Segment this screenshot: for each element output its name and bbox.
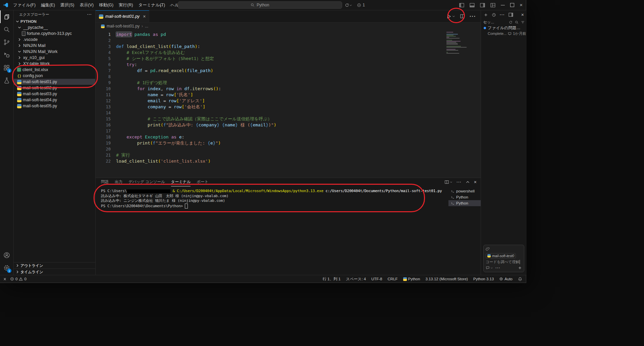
terminal-instance-0[interactable]: powershell (448, 188, 481, 194)
window-minimize-button[interactable] (501, 5, 505, 5)
split-terminal-icon[interactable] (444, 180, 452, 184)
maximize-panel-icon[interactable] (466, 180, 470, 184)
breadcrumb[interactable]: mail-soft-test01.py › ... (96, 22, 481, 30)
status-interpreter[interactable]: 3.13.12 (Microsoft Store) (424, 277, 469, 281)
history-icon[interactable] (492, 13, 496, 17)
panel-tab-ターミナル[interactable]: ターミナル (171, 178, 191, 186)
tree-item-mail-soft-test02.py[interactable]: mail-soft-test02.py (14, 85, 95, 91)
python-file-icon (101, 24, 105, 28)
tree-item-mail-soft-test05.py[interactable]: mail-soft-test05.py (14, 103, 95, 109)
activitybar-search[interactable] (0, 23, 13, 36)
split-editor-icon[interactable] (460, 14, 465, 19)
line-number: 1 (96, 32, 111, 38)
toggle-sidebar-icon[interactable] (459, 3, 464, 7)
chat-input-box[interactable]: mail-soft-test0 コードを調べて理解 ··· (483, 245, 524, 272)
panel-tab-ポート[interactable]: ポート (197, 178, 208, 186)
status-auto[interactable]: Auto (498, 277, 514, 281)
more-actions-icon[interactable]: ··· (495, 266, 500, 270)
status-cursor-position[interactable]: 行 1、列 1 (322, 277, 342, 282)
activitybar-run-debug[interactable] (0, 49, 13, 61)
sidebar-section-タイムライン[interactable]: タイムライン (14, 269, 95, 275)
tree-item-fortune.cpython-313.pyc[interactable]: fortune.cpython-313.pyc (14, 31, 95, 37)
panel-tab-出力[interactable]: 出力 (115, 178, 122, 186)
run-python-file-button[interactable] (446, 14, 455, 19)
tree-item-XY-table Work[interactable]: XY-table Work (14, 61, 95, 67)
window-maximize-button[interactable] (510, 3, 514, 7)
activitybar-testing[interactable] (0, 74, 13, 87)
more-actions-icon[interactable]: ··· (500, 12, 505, 17)
more-actions-icon[interactable]: ··· (470, 13, 476, 19)
tree-item-mail-soft-test01.py[interactable]: mail-soft-test01.py (14, 79, 95, 85)
menu-item-5[interactable]: 実行(R) (116, 0, 136, 10)
close-panel-icon[interactable]: × (474, 179, 477, 185)
toggle-panel-icon[interactable] (470, 3, 475, 7)
chat-session-item[interactable]: ファイルの問題箇所の... (481, 25, 527, 31)
tree-item-label: client_list.xlsx (22, 67, 48, 72)
panel-tab-デバッグ コンソール[interactable]: デバッグ コンソール (128, 178, 165, 186)
terminal-instance-2[interactable]: Python (448, 200, 481, 206)
activitybar-explorer[interactable] (0, 10, 13, 23)
activitybar-source-control[interactable] (0, 36, 13, 49)
attach-context-row (486, 247, 522, 252)
filter-icon[interactable] (521, 20, 525, 24)
activitybar-settings[interactable]: 1 (0, 262, 13, 274)
navigate-back-icon[interactable]: ← (159, 0, 164, 10)
context-file-chip[interactable]: mail-soft-test0 (486, 253, 516, 258)
send-button[interactable] (518, 266, 522, 270)
panel-tab-問題[interactable]: 問題 (101, 178, 109, 186)
chat-text-input[interactable]: コードを調べて理解 (486, 260, 522, 265)
toggle-secondary-sidebar-icon[interactable] (480, 3, 485, 7)
terminal-output[interactable]: PS C:\Users\ & C:/Users/D200404t/AppData… (96, 186, 448, 275)
command-center-search[interactable]: Python (178, 1, 342, 9)
status-python-version[interactable]: Python 3.13 (472, 277, 495, 281)
problems-indicator[interactable]: 0 0 (9, 277, 28, 281)
open-in-editor-icon[interactable] (508, 13, 513, 17)
customize-layout-icon[interactable] (490, 3, 495, 7)
tree-item-config.json[interactable]: {}config.json (14, 73, 95, 79)
search-icon[interactable] (515, 20, 519, 24)
status-eol[interactable]: CRLF (387, 277, 399, 281)
new-chat-icon[interactable] (484, 13, 488, 17)
menu-item-1[interactable]: 編集(E) (38, 0, 58, 10)
chat-mode-icon[interactable] (486, 266, 493, 270)
tree-item-NINJIN Mail[interactable]: NINJIN Mail (14, 43, 95, 49)
more-actions-icon[interactable]: ··· (87, 12, 92, 16)
tree-item-NINJIN Mail_Work[interactable]: NINJIN Mail_Work (14, 49, 95, 55)
menu-item-3[interactable]: 表示(V) (77, 0, 96, 10)
remote-indicator-icon[interactable] (3, 277, 7, 281)
tree-item-.vscode[interactable]: .vscode (14, 37, 95, 43)
code-editor[interactable]: 1import pandas as pd2 3def load_client_l… (96, 30, 481, 178)
window-close-button[interactable]: × (520, 0, 523, 10)
activitybar-extensions[interactable]: 1 (0, 61, 13, 74)
terminal-instance-1[interactable]: Python (448, 194, 481, 200)
close-icon[interactable]: × (521, 12, 524, 17)
minimap[interactable] (446, 32, 476, 54)
terminal-panel: PS C:\Users\ & C:/Users/D200404t/AppData… (96, 186, 481, 275)
paperclip-icon[interactable] (486, 247, 490, 251)
tree-item-client_list.xlsx[interactable]: client_list.xlsx (14, 67, 95, 73)
more-actions-icon[interactable]: ··· (457, 180, 462, 184)
status-indentation[interactable]: スペース: 4 (345, 277, 367, 282)
code-text: # ここで読み込み確認（実際はここでメール送信処理を呼ぶ） (116, 116, 272, 122)
menu-item-4[interactable]: 移動(G) (96, 0, 116, 10)
notification-count[interactable]: 1 (357, 3, 365, 7)
status-notifications[interactable] (517, 277, 523, 281)
tree-item-mail-soft-test03.py[interactable]: mail-soft-test03.py (14, 91, 95, 97)
tree-item-mail-soft-test04.py[interactable]: mail-soft-test04.py (14, 97, 95, 103)
status-language-mode[interactable]: Python (402, 277, 421, 281)
menu-item-2[interactable]: 選択(S) (58, 0, 77, 10)
tree-item-__pycache__[interactable]: __pycache__ (14, 24, 95, 31)
status-encoding[interactable]: UTF-8 (370, 277, 383, 281)
sync-icon[interactable] (345, 3, 352, 7)
tab-close-icon[interactable]: × (143, 14, 146, 19)
sidebar-section-アウトライン[interactable]: アウトライン (14, 262, 95, 269)
tab-mail-soft-test01[interactable]: mail-soft-test01.py × (96, 10, 149, 22)
tree-item-xy_n10_gui[interactable]: xy_n10_gui (14, 55, 95, 61)
code-line: 12 email = row['アドレス'] (96, 98, 481, 104)
menu-item-0[interactable]: ファイル(F) (10, 0, 38, 10)
refresh-icon[interactable] (509, 20, 513, 24)
explorer-section-python[interactable]: PYTHON (14, 18, 95, 24)
activitybar-account[interactable] (0, 249, 13, 262)
navigate-forward-icon[interactable]: → (168, 0, 173, 10)
chat-sessions-header[interactable]: セッ... (481, 19, 527, 25)
